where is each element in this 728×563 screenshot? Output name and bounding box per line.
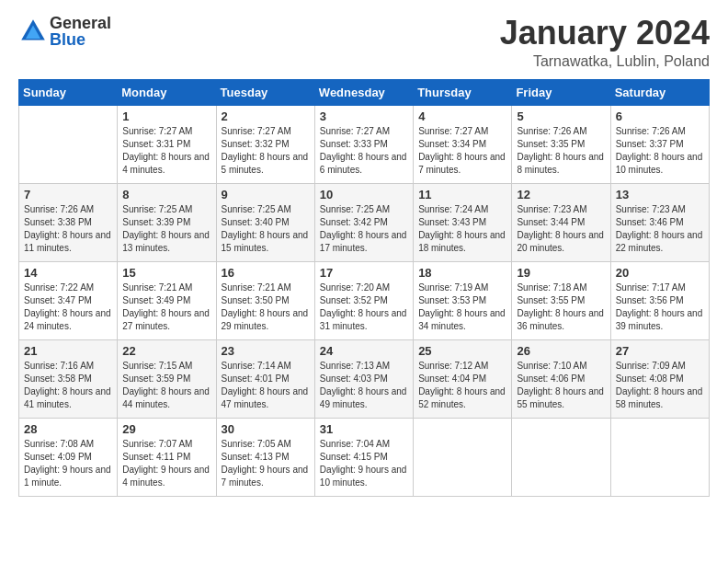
day-info: Sunrise: 7:07 AMSunset: 4:11 PMDaylight:… (122, 438, 210, 489)
header-monday: Monday (118, 79, 216, 105)
day-number: 22 (122, 344, 210, 358)
day-cell: 28Sunrise: 7:08 AMSunset: 4:09 PMDayligh… (19, 418, 118, 496)
day-info: Sunrise: 7:09 AMSunset: 4:08 PMDaylight:… (616, 360, 704, 411)
header-wednesday: Wednesday (314, 79, 413, 105)
day-number: 15 (122, 266, 210, 280)
day-cell: 3Sunrise: 7:27 AMSunset: 3:33 PMDaylight… (314, 105, 413, 183)
day-number: 14 (24, 266, 112, 280)
day-number: 16 (222, 266, 310, 280)
day-cell: 31Sunrise: 7:04 AMSunset: 4:15 PMDayligh… (314, 418, 413, 496)
day-cell: 25Sunrise: 7:12 AMSunset: 4:04 PMDayligh… (414, 339, 512, 418)
day-number: 13 (616, 188, 704, 201)
header-friday: Friday (512, 79, 610, 105)
day-cell: 22Sunrise: 7:15 AMSunset: 3:59 PMDayligh… (118, 339, 216, 418)
day-cell: 29Sunrise: 7:07 AMSunset: 4:11 PMDayligh… (118, 418, 216, 496)
week-row-0: 1Sunrise: 7:27 AMSunset: 3:31 PMDaylight… (19, 105, 710, 183)
day-cell: 11Sunrise: 7:24 AMSunset: 3:43 PMDayligh… (414, 183, 512, 261)
day-info: Sunrise: 7:24 AMSunset: 3:43 PMDaylight:… (418, 203, 506, 255)
day-cell: 10Sunrise: 7:25 AMSunset: 3:42 PMDayligh… (314, 183, 413, 261)
day-cell: 19Sunrise: 7:18 AMSunset: 3:55 PMDayligh… (512, 261, 610, 339)
day-cell: 18Sunrise: 7:19 AMSunset: 3:53 PMDayligh… (414, 261, 512, 339)
day-cell: 17Sunrise: 7:20 AMSunset: 3:52 PMDayligh… (314, 261, 413, 339)
day-number: 28 (24, 422, 112, 436)
day-number: 19 (517, 266, 605, 280)
day-cell (19, 105, 118, 183)
day-cell: 26Sunrise: 7:10 AMSunset: 4:06 PMDayligh… (512, 339, 610, 418)
week-row-1: 7Sunrise: 7:26 AMSunset: 3:38 PMDaylight… (19, 183, 710, 261)
month-title: January 2024 (500, 15, 710, 52)
day-cell: 5Sunrise: 7:26 AMSunset: 3:35 PMDaylight… (512, 105, 610, 183)
day-number: 20 (616, 266, 704, 280)
title-section: January 2024 Tarnawatka, Lublin, Poland (500, 15, 710, 70)
day-info: Sunrise: 7:16 AMSunset: 3:58 PMDaylight:… (24, 360, 112, 411)
day-info: Sunrise: 7:05 AMSunset: 4:13 PMDaylight:… (222, 438, 310, 489)
day-info: Sunrise: 7:13 AMSunset: 4:03 PMDaylight:… (320, 360, 408, 411)
day-cell: 7Sunrise: 7:26 AMSunset: 3:38 PMDaylight… (19, 183, 118, 261)
day-number: 6 (616, 109, 704, 123)
day-info: Sunrise: 7:25 AMSunset: 3:39 PMDaylight:… (122, 203, 210, 255)
day-number: 26 (517, 344, 605, 358)
day-info: Sunrise: 7:15 AMSunset: 3:59 PMDaylight:… (122, 360, 210, 411)
logo-icon (18, 17, 48, 46)
day-info: Sunrise: 7:23 AMSunset: 3:44 PMDaylight:… (517, 203, 605, 255)
day-cell: 30Sunrise: 7:05 AMSunset: 4:13 PMDayligh… (216, 418, 314, 496)
header-sunday: Sunday (19, 79, 118, 105)
header-tuesday: Tuesday (216, 79, 314, 105)
day-cell (512, 418, 610, 496)
day-info: Sunrise: 7:26 AMSunset: 3:38 PMDaylight:… (24, 203, 112, 255)
day-cell: 13Sunrise: 7:23 AMSunset: 3:46 PMDayligh… (610, 183, 709, 261)
day-info: Sunrise: 7:12 AMSunset: 4:04 PMDaylight:… (418, 360, 506, 411)
day-info: Sunrise: 7:25 AMSunset: 3:42 PMDaylight:… (320, 203, 408, 255)
day-info: Sunrise: 7:26 AMSunset: 3:37 PMDaylight:… (616, 125, 704, 177)
page: General Blue January 2024 Tarnawatka, Lu… (0, 0, 728, 563)
day-info: Sunrise: 7:27 AMSunset: 3:32 PMDaylight:… (222, 125, 310, 177)
day-info: Sunrise: 7:10 AMSunset: 4:06 PMDaylight:… (517, 360, 605, 411)
day-info: Sunrise: 7:22 AMSunset: 3:47 PMDaylight:… (24, 282, 112, 333)
week-row-4: 28Sunrise: 7:08 AMSunset: 4:09 PMDayligh… (19, 418, 710, 496)
weekday-header-row: Sunday Monday Tuesday Wednesday Thursday… (19, 79, 710, 105)
day-info: Sunrise: 7:21 AMSunset: 3:49 PMDaylight:… (122, 282, 210, 333)
day-cell: 14Sunrise: 7:22 AMSunset: 3:47 PMDayligh… (19, 261, 118, 339)
logo-blue-text: Blue (50, 31, 111, 48)
logo-general-text: General (50, 15, 111, 31)
day-info: Sunrise: 7:04 AMSunset: 4:15 PMDaylight:… (320, 438, 408, 489)
day-info: Sunrise: 7:14 AMSunset: 4:01 PMDaylight:… (222, 360, 310, 411)
header-thursday: Thursday (414, 79, 512, 105)
calendar-table: Sunday Monday Tuesday Wednesday Thursday… (18, 79, 710, 497)
day-info: Sunrise: 7:21 AMSunset: 3:50 PMDaylight:… (222, 282, 310, 333)
day-cell: 1Sunrise: 7:27 AMSunset: 3:31 PMDaylight… (118, 105, 216, 183)
day-cell: 2Sunrise: 7:27 AMSunset: 3:32 PMDaylight… (216, 105, 314, 183)
header-saturday: Saturday (610, 79, 709, 105)
day-number: 11 (418, 188, 506, 201)
day-number: 24 (320, 344, 408, 358)
day-cell: 23Sunrise: 7:14 AMSunset: 4:01 PMDayligh… (216, 339, 314, 418)
day-number: 29 (122, 422, 210, 436)
day-number: 8 (122, 188, 210, 201)
logo-text: General Blue (50, 15, 111, 48)
day-info: Sunrise: 7:26 AMSunset: 3:35 PMDaylight:… (517, 125, 605, 177)
day-cell: 12Sunrise: 7:23 AMSunset: 3:44 PMDayligh… (512, 183, 610, 261)
day-number: 18 (418, 266, 506, 280)
day-number: 12 (517, 188, 605, 201)
week-row-2: 14Sunrise: 7:22 AMSunset: 3:47 PMDayligh… (19, 261, 710, 339)
day-number: 23 (222, 344, 310, 358)
day-number: 31 (320, 422, 408, 436)
logo: General Blue (18, 15, 111, 48)
day-number: 25 (418, 344, 506, 358)
day-number: 30 (222, 422, 310, 436)
day-cell (610, 418, 709, 496)
day-cell: 9Sunrise: 7:25 AMSunset: 3:40 PMDaylight… (216, 183, 314, 261)
day-info: Sunrise: 7:27 AMSunset: 3:34 PMDaylight:… (418, 125, 506, 177)
day-cell: 27Sunrise: 7:09 AMSunset: 4:08 PMDayligh… (610, 339, 709, 418)
day-cell: 4Sunrise: 7:27 AMSunset: 3:34 PMDaylight… (414, 105, 512, 183)
day-number: 17 (320, 266, 408, 280)
day-info: Sunrise: 7:18 AMSunset: 3:55 PMDaylight:… (517, 282, 605, 333)
day-number: 10 (320, 188, 408, 201)
day-cell: 20Sunrise: 7:17 AMSunset: 3:56 PMDayligh… (610, 261, 709, 339)
day-number: 2 (222, 109, 310, 123)
day-number: 4 (418, 109, 506, 123)
day-number: 9 (222, 188, 310, 201)
day-info: Sunrise: 7:27 AMSunset: 3:33 PMDaylight:… (320, 125, 408, 177)
day-info: Sunrise: 7:23 AMSunset: 3:46 PMDaylight:… (616, 203, 704, 255)
week-row-3: 21Sunrise: 7:16 AMSunset: 3:58 PMDayligh… (19, 339, 710, 418)
